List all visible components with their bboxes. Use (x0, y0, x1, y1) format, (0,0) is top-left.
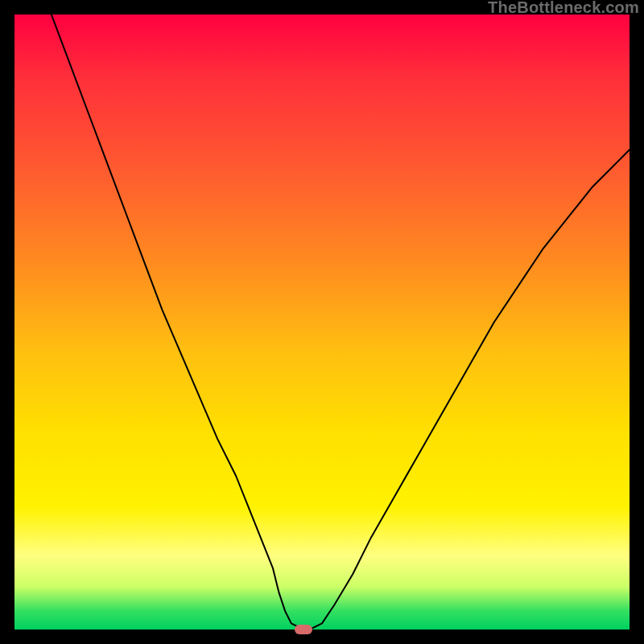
bottleneck-curve-path (52, 14, 630, 630)
chart-container: TheBottleneck.com (0, 0, 644, 644)
plot-area (14, 14, 630, 630)
minimum-marker (295, 625, 312, 634)
curve-svg (14, 14, 630, 630)
